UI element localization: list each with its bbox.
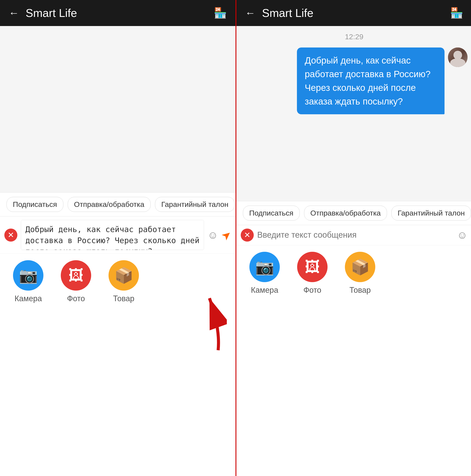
right-emoji-button[interactable]: ☺ [457, 229, 468, 241]
user-avatar [448, 48, 468, 67]
right-photo-item[interactable]: 🖼 Фото [297, 252, 327, 295]
left-chat-area [0, 26, 236, 192]
right-warranty-btn[interactable]: Гарантийный талон [391, 205, 471, 221]
left-camera-icon: 📷 [13, 260, 43, 290]
left-subscribe-btn[interactable]: Подписаться [6, 197, 63, 212]
message-bubble: Добрый день, как сейчас работает доставк… [297, 48, 445, 114]
right-product-label: Товар [349, 286, 371, 295]
message-container: Добрый день, как сейчас работает доставк… [236, 45, 471, 117]
left-product-item[interactable]: 📦 Товар [109, 260, 139, 303]
left-shipping-btn[interactable]: Отправка/обработка [68, 197, 151, 212]
left-photo-item[interactable]: 🖼 Фото [61, 260, 91, 303]
right-shipping-btn[interactable]: Отправка/обработка [304, 205, 387, 221]
left-header: ← Smart Life 🏪 [0, 0, 236, 26]
right-camera-item[interactable]: 📷 Камера [249, 252, 280, 295]
right-bottom-spacer [236, 301, 471, 476]
right-quick-replies: Подписаться Отправка/обработка Гарантийн… [236, 201, 471, 225]
right-close-button[interactable]: ✕ [241, 229, 254, 242]
left-shop-icon[interactable]: 🏪 [214, 7, 227, 19]
left-media-area: 📷 Камера 🖼 Фото 📦 Товар [0, 254, 236, 310]
message-timestamp: 12:29 [236, 26, 471, 45]
left-camera-label: Камера [15, 294, 42, 303]
left-panel: ← Smart Life 🏪 Подписаться Отправка/обра… [0, 0, 236, 476]
right-chat-area: 12:29 Добрый день, как сейчас работает д… [236, 26, 471, 201]
left-send-button[interactable]: ➤ [218, 227, 234, 243]
left-app-title: Smart Life [26, 6, 77, 19]
left-emoji-button[interactable]: ☺ [207, 229, 218, 241]
left-close-button[interactable]: ✕ [4, 229, 17, 242]
right-camera-label: Камера [251, 286, 278, 295]
right-subscribe-btn[interactable]: Подписаться [243, 205, 300, 221]
left-warranty-btn[interactable]: Гарантийный талон [155, 197, 235, 212]
right-product-item[interactable]: 📦 Товар [345, 252, 375, 295]
left-bottom-spacer [0, 310, 236, 476]
right-camera-icon: 📷 [249, 252, 280, 282]
left-camera-item[interactable]: 📷 Камера [13, 260, 43, 303]
left-photo-icon: 🖼 [61, 260, 91, 290]
right-panel: ← Smart Life 🏪 12:29 Добрый день, как се… [236, 0, 471, 476]
right-photo-icon: 🖼 [297, 252, 327, 282]
left-message-input[interactable] [21, 220, 204, 250]
right-back-button[interactable]: ← [245, 8, 255, 18]
avatar-image [448, 48, 468, 67]
left-product-icon: 📦 [109, 260, 139, 290]
left-input-area: ✕ ☺ ➤ [0, 216, 236, 254]
right-shop-icon[interactable]: 🏪 [450, 7, 463, 19]
left-back-button[interactable]: ← [9, 8, 19, 18]
right-message-input[interactable] [257, 230, 453, 240]
right-input-area: ✕ ☺ [236, 225, 471, 245]
right-app-title: Smart Life [262, 6, 313, 19]
left-photo-label: Фото [67, 294, 85, 303]
left-quick-replies: Подписаться Отправка/обработка Гарантийн… [0, 192, 236, 216]
left-product-label: Товар [113, 294, 134, 303]
right-media-area: 📷 Камера 🖼 Фото 📦 Товар [236, 245, 471, 301]
right-header: ← Smart Life 🏪 [236, 0, 471, 26]
right-product-icon: 📦 [345, 252, 375, 282]
right-photo-label: Фото [303, 286, 322, 295]
